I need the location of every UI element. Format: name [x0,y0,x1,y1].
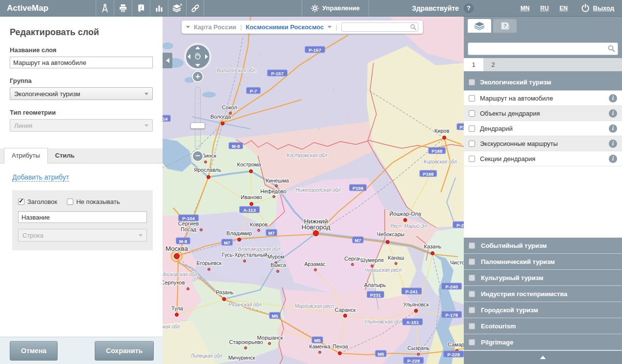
group-bar[interactable]: Событийный туризм [464,238,622,254]
group-label: Событийный туризм [481,242,547,249]
logout-button[interactable]: Выход [581,3,614,13]
tab-attributes[interactable]: Атрибуты [4,148,48,163]
app-logo: ActiveMap [0,3,96,13]
base-map-selector[interactable]: Карта России [194,23,236,31]
measure-icon[interactable] [96,0,114,17]
save-button[interactable]: Сохранить [95,341,154,361]
attribute-name-input[interactable] [18,211,147,223]
link-icon[interactable] [186,0,204,17]
city-label: Кинешма [266,178,289,183]
city-label: Вологда [210,114,231,120]
zoom-slider[interactable] [195,87,201,149]
search-icon [410,24,416,30]
group-checkbox[interactable] [469,291,475,297]
svg-text:М5: М5 [271,313,278,319]
group-checkbox[interactable] [469,243,475,249]
attributes-style-tabs: Атрибуты Стиль [0,148,163,163]
header-checkbox[interactable] [18,199,24,205]
overlay-selector[interactable]: Космоснимки Роскосмос [246,23,324,31]
chevron-up-icon [540,356,546,359]
lang-link-en[interactable]: EN [560,5,568,12]
city-label: Алатырь [364,282,386,288]
zoom-slider-handle[interactable] [190,122,205,129]
layers-tab[interactable] [468,19,491,33]
page-2[interactable]: 2 [483,58,503,71]
city-label: Чебоксары [377,231,404,237]
pan-up-icon [195,46,200,49]
group-checkbox[interactable] [469,339,475,345]
group-header-expanded[interactable]: Экологический туризм [464,74,622,91]
city-dot [250,202,253,206]
panel-title: Редактировать слой [10,27,153,38]
layer-row[interactable]: Экскурсионные маршрутыi [464,136,622,151]
hide-checkbox[interactable] [67,199,73,205]
city-label: Сергач [344,256,362,262]
add-attribute-link[interactable]: Добавить атрибут [12,173,69,182]
group-checkbox[interactable] [469,79,475,85]
panel-collapse-button[interactable] [464,350,622,364]
zoom-out-button[interactable]: − [192,150,204,162]
road-badge: М7 [266,229,277,236]
info-icon[interactable]: i [609,109,617,118]
chevron-left-icon [166,58,169,63]
layer-checkbox[interactable] [469,141,475,147]
svg-text:Р-7: Р-7 [250,88,257,94]
layer-row[interactable]: Маршрут на автомобилеi [464,91,622,106]
layer-checkbox[interactable] [469,110,475,117]
city-dot [404,219,407,222]
group-checkbox[interactable] [469,259,475,265]
group-bar[interactable]: Индустрия гостеприимства [464,286,622,302]
layer-row[interactable]: Дендрарийi [464,121,622,136]
chevron-down-icon[interactable] [328,26,332,28]
stats-icon[interactable] [150,0,168,17]
region-label: Кировская обл. [424,159,458,164]
lang-link-ru[interactable]: RU [540,5,549,12]
group-bar[interactable]: Ecotourism [464,318,622,334]
group-select[interactable]: Экологический туризм [10,87,153,100]
pan-down-icon [195,64,200,67]
cancel-button[interactable]: Отмена [10,341,58,361]
info-icon[interactable]: i [609,94,617,102]
chevron-down-icon[interactable] [186,26,190,28]
map-viewport[interactable]: Вологодская обл.Костромская обл.Кировска… [163,17,464,364]
road-badge: А-151 [403,319,423,325]
group-checkbox[interactable] [469,275,475,281]
legend-tab[interactable]: ? [493,19,517,33]
help-button[interactable]: ? [464,3,474,13]
group-checkbox[interactable] [469,307,475,313]
city-dot [415,309,418,313]
layers-search-input[interactable] [468,42,618,55]
city-dot [417,353,420,356]
management-button[interactable]: Управление [302,0,369,17]
group-bar[interactable]: Pilgrimage [464,334,622,350]
add-layer-icon[interactable]: + [168,0,186,17]
info-icon[interactable]: i [609,140,617,148]
collapse-left-panel-button[interactable] [163,53,172,68]
info-icon[interactable]: i [609,155,617,163]
city-label: Ковров [250,222,268,227]
group-label: Городской туризм [481,306,538,314]
group-checkbox[interactable] [469,323,475,329]
guide-icon[interactable]: i [132,0,150,17]
tab-style[interactable]: Стиль [48,148,82,163]
city-dot [371,265,373,267]
print-icon[interactable] [114,0,132,17]
zoom-in-button[interactable]: + [192,71,204,82]
layer-name-input[interactable] [10,57,153,68]
group-bar[interactable]: Городской туризм [464,302,622,318]
layer-checkbox[interactable] [469,95,475,101]
page-1[interactable]: 1 [464,58,483,71]
edit-layer-panel: Редактировать слой Название слоя Группа … [0,17,163,364]
group-bar[interactable]: Культурный туризм [464,270,622,286]
map-search-input[interactable] [341,22,418,32]
road-badge: А-113 [240,206,260,213]
layer-checkbox[interactable] [469,156,475,162]
layer-row[interactable]: Секции дендрарияi [464,151,622,166]
group-bar[interactable]: Паломнический туризм [464,254,622,270]
pan-control[interactable] [184,43,211,70]
layer-checkbox[interactable] [469,125,475,132]
city-label: Выкса [270,262,287,268]
layer-row[interactable]: Объекты дендрарияi [464,106,622,121]
info-icon[interactable]: i [609,124,617,133]
lang-link-mn[interactable]: MN [520,5,530,12]
